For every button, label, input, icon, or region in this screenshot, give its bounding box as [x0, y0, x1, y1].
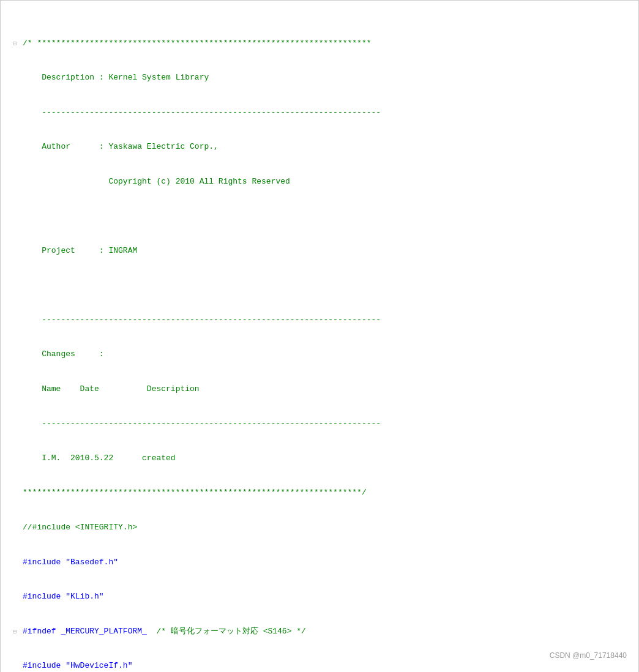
watermark: CSDN @m0_71718440	[550, 651, 627, 660]
code-line: Description : Kernel System Library	[13, 72, 633, 84]
code-line: #include "Basedef.h"	[13, 557, 633, 569]
code-line: //#include <INTEGRITY.h>	[13, 522, 633, 534]
code-area: ⊟/* ************************************…	[1, 1, 638, 672]
code-line: #include "KLib.h"	[13, 591, 633, 603]
code-line: Name Date Description	[13, 384, 633, 395]
code-line: #include "HwDeviceIf.h"	[13, 660, 633, 672]
code-line	[13, 280, 633, 291]
code-line: ****************************************…	[13, 487, 633, 499]
code-line: Copyright (c) 2010 All Rights Reserved	[13, 176, 633, 188]
code-line: Author : Yaskawa Electric Corp.,	[13, 141, 633, 153]
code-line: ----------------------------------------…	[13, 418, 633, 430]
code-line: Project : INGRAM	[13, 245, 633, 257]
editor-container: ⊟/* ************************************…	[0, 0, 639, 672]
code-line: ----------------------------------------…	[13, 315, 633, 326]
fold-icon-2[interactable]: ⊟	[13, 628, 21, 637]
fold-icon[interactable]: ⊟	[13, 40, 21, 49]
code-line: I.M. 2010.5.22 created	[13, 453, 633, 465]
code-line: Changes :	[13, 349, 633, 360]
code-line: ⊟#ifndef _MERCURY_PLATFORM_ /* 暗号化フォーマット…	[13, 626, 633, 638]
code-line	[13, 211, 633, 222]
code-line: ----------------------------------------…	[13, 107, 633, 119]
code-line: ⊟/* ************************************…	[13, 38, 633, 50]
